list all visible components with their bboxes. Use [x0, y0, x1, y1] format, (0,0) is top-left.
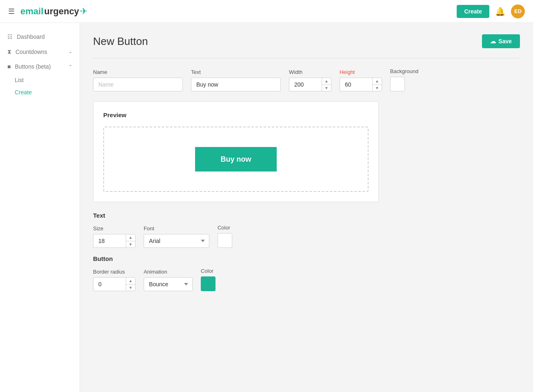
button-color-swatch[interactable] — [201, 276, 215, 291]
button-color-label: Color — [201, 268, 215, 274]
topnav-right: Create 🔔 ED — [457, 4, 525, 18]
layout: ☷ Dashboard ⧗ Countdowns ⌄ ■ Buttons (be… — [0, 23, 533, 392]
form-group-animation: Animation None Bounce Pulse Shake Tada — [144, 269, 193, 291]
save-button-label: Save — [498, 38, 512, 45]
text-size-increment-button[interactable]: ▲ — [126, 234, 135, 241]
logo-urgency-text: urgency — [44, 6, 79, 17]
page-header: New Button ☁ Save — [93, 34, 520, 48]
sidebar-buttons-label: Buttons (beta) — [15, 63, 51, 70]
save-button[interactable]: ☁ Save — [482, 34, 520, 48]
preview-area: Buy now — [103, 127, 369, 192]
font-select[interactable]: Arial Georgia Times New Roman Verdana He… — [144, 234, 209, 248]
settings-panel: Text Size ▲ ▼ Font — [93, 212, 379, 291]
width-spinner: ▲ ▼ — [289, 78, 331, 91]
text-size-label: Size — [93, 225, 135, 232]
sidebar-item-buttons[interactable]: ■ Buttons (beta) ⌃ — [0, 59, 80, 74]
topnav-left: ☰ email urgency ✈ — [8, 6, 87, 17]
border-radius-input[interactable] — [93, 277, 126, 291]
form-group-text: Text — [191, 69, 281, 91]
sidebar-item-list[interactable]: List — [15, 74, 80, 86]
create-button[interactable]: Create — [457, 5, 489, 18]
buttons-icon: ■ — [7, 63, 11, 70]
header-divider — [93, 58, 520, 58]
animation-select[interactable]: None Bounce Pulse Shake Tada — [144, 277, 193, 291]
logo-plane-icon: ✈ — [80, 6, 87, 17]
buttons-submenu: List Create — [0, 74, 80, 98]
name-label: Name — [93, 69, 183, 75]
preview-title: Preview — [103, 111, 369, 118]
form-group-font: Font Arial Georgia Times New Roman Verda… — [144, 225, 209, 248]
dashboard-icon: ☷ — [7, 33, 13, 40]
page-title: New Button — [93, 35, 148, 48]
width-input[interactable] — [289, 78, 322, 91]
height-label: Height — [340, 69, 382, 75]
text-section-title: Text — [93, 212, 379, 219]
hamburger-menu[interactable]: ☰ — [8, 7, 15, 16]
name-input[interactable] — [93, 78, 183, 91]
height-decrement-button[interactable]: ▼ — [373, 85, 382, 91]
text-size-spinner-buttons: ▲ ▼ — [126, 234, 135, 248]
form-group-border-radius: Border radius ▲ ▼ — [93, 269, 135, 291]
top-nav: ☰ email urgency ✈ Create 🔔 ED — [0, 0, 533, 23]
text-input[interactable] — [191, 78, 281, 91]
text-color-swatch[interactable] — [218, 233, 232, 248]
button-section-title: Button — [93, 255, 379, 262]
sidebar-item-countdowns[interactable]: ⧗ Countdowns ⌄ — [0, 44, 80, 59]
animation-label: Animation — [144, 269, 193, 275]
text-size-spinner: ▲ ▼ — [93, 234, 135, 248]
preview-card: Preview Buy now — [93, 101, 379, 202]
main-content: New Button ☁ Save Name Text Width — [80, 23, 533, 392]
logo: email urgency ✈ — [20, 6, 87, 17]
background-color-swatch[interactable] — [390, 77, 405, 91]
text-label: Text — [191, 69, 281, 75]
border-radius-spinner: ▲ ▼ — [93, 277, 135, 291]
border-radius-decrement-button[interactable]: ▼ — [126, 285, 135, 291]
sidebar-item-dashboard[interactable]: ☷ Dashboard — [0, 29, 80, 44]
logo-email-text: email — [20, 6, 43, 17]
text-settings-row: Size ▲ ▼ Font Arial Georgia — [93, 225, 379, 248]
sidebar: ☷ Dashboard ⧗ Countdowns ⌄ ■ Buttons (be… — [0, 23, 80, 392]
button-settings-row: Border radius ▲ ▼ Animation None Bounce — [93, 268, 379, 291]
sidebar-dashboard-label: Dashboard — [17, 33, 45, 40]
text-color-label: Color — [218, 225, 232, 231]
form-group-text-color: Color — [218, 225, 232, 248]
width-increment-button[interactable]: ▲ — [322, 78, 331, 85]
form-group-text-size: Size ▲ ▼ — [93, 225, 135, 248]
chevron-down-icon: ⌄ — [69, 49, 72, 54]
text-size-input[interactable] — [93, 234, 126, 248]
border-radius-increment-button[interactable]: ▲ — [126, 278, 135, 285]
form-group-width: Width ▲ ▼ — [289, 69, 331, 91]
width-spinner-buttons: ▲ ▼ — [322, 78, 331, 91]
width-decrement-button[interactable]: ▼ — [322, 85, 331, 91]
sidebar-item-create[interactable]: Create — [15, 86, 80, 98]
height-spinner-buttons: ▲ ▼ — [372, 78, 382, 91]
avatar[interactable]: ED — [511, 4, 525, 18]
form-group-button-color: Color — [201, 268, 215, 291]
countdowns-icon: ⧗ — [7, 48, 11, 55]
height-spinner: ▲ ▼ — [340, 78, 382, 91]
width-label: Width — [289, 69, 331, 75]
notification-bell-icon[interactable]: 🔔 — [495, 7, 505, 16]
form-group-height: Height ▲ ▼ — [340, 69, 382, 91]
chevron-up-icon: ⌃ — [69, 64, 72, 69]
border-radius-label: Border radius — [93, 269, 135, 275]
font-label: Font — [144, 225, 209, 232]
form-group-background: Background — [390, 68, 418, 91]
sidebar-countdowns-label: Countdowns — [16, 49, 47, 55]
text-size-decrement-button[interactable]: ▼ — [126, 241, 135, 248]
height-increment-button[interactable]: ▲ — [373, 78, 382, 85]
preview-button[interactable]: Buy now — [195, 147, 277, 172]
height-input[interactable] — [340, 78, 372, 91]
border-radius-spinner-buttons: ▲ ▼ — [126, 277, 135, 291]
save-cloud-icon: ☁ — [490, 38, 496, 45]
form-group-name: Name — [93, 69, 183, 91]
form-row-main: Name Text Width ▲ ▼ — [93, 68, 520, 91]
background-label: Background — [390, 68, 418, 74]
